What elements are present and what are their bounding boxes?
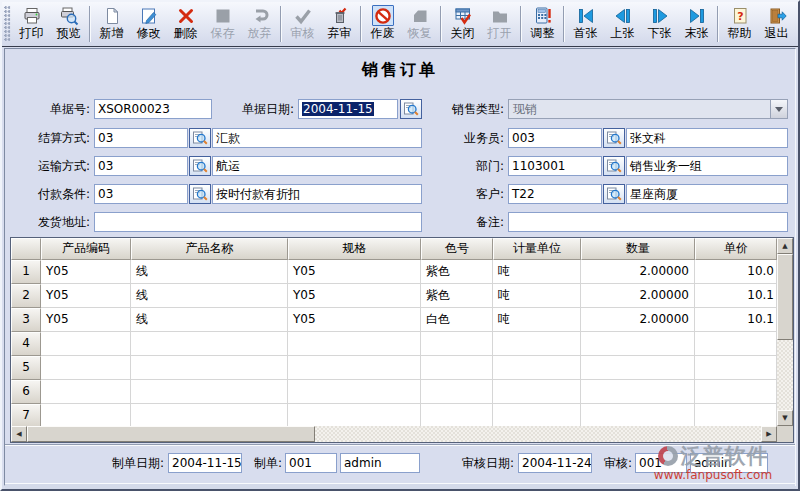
settlement-lookup-button[interactable] <box>189 128 211 148</box>
cell-unit[interactable] <box>493 404 581 426</box>
next-record-button[interactable]: 下张 <box>641 5 678 41</box>
department-name-field[interactable]: 销售业务一组 <box>626 156 788 176</box>
adjust-button[interactable]: 调整 <box>524 5 561 41</box>
audit-date-field[interactable]: 2004-11-24 <box>518 453 592 473</box>
cell-color[interactable] <box>421 380 493 404</box>
cell-spec[interactable] <box>288 356 421 380</box>
cell-color[interactable]: 紫色 <box>421 284 493 308</box>
transport-code-field[interactable]: 03 <box>94 156 188 176</box>
modify-button[interactable]: 修改 <box>130 5 167 41</box>
column-header-qty[interactable]: 数量 <box>581 238 695 260</box>
cell-price[interactable] <box>695 356 777 380</box>
cell-spec[interactable] <box>288 332 421 356</box>
help-button[interactable]: ? 帮助 <box>721 5 758 41</box>
cell-product-name[interactable]: 线 <box>131 284 288 308</box>
doc-date-field[interactable]: 2004-11-15 <box>298 99 398 119</box>
row-number[interactable]: 2 <box>11 284 41 308</box>
cell-spec[interactable]: Y05 <box>288 260 421 284</box>
first-record-button[interactable]: 首张 <box>567 5 604 41</box>
cell-product-code[interactable] <box>41 332 131 356</box>
cell-qty[interactable]: 2.00000 <box>581 260 695 284</box>
scroll-up-icon[interactable]: ▲ <box>777 238 793 254</box>
cell-unit[interactable] <box>493 380 581 404</box>
transport-lookup-button[interactable] <box>189 156 211 176</box>
scroll-left-icon[interactable]: ◀ <box>11 426 27 442</box>
cell-unit[interactable]: 吨 <box>493 308 581 332</box>
payment-terms-lookup-button[interactable] <box>189 184 211 204</box>
row-number[interactable]: 6 <box>11 380 41 404</box>
cell-color[interactable]: 白色 <box>421 308 493 332</box>
cell-color[interactable]: 紫色 <box>421 260 493 284</box>
cell-qty[interactable]: 2.00000 <box>581 308 695 332</box>
customer-code-field[interactable]: T22 <box>508 184 602 204</box>
cell-price[interactable]: 10.1 <box>695 284 777 308</box>
horizontal-scroll-thumb[interactable] <box>27 426 315 442</box>
cell-product-name[interactable] <box>131 404 288 426</box>
toolbar-gripper[interactable] <box>4 6 11 42</box>
row-number[interactable]: 7 <box>11 404 41 426</box>
auditor-code-field[interactable]: 001 <box>635 453 687 473</box>
scroll-down-icon[interactable]: ▼ <box>777 410 793 426</box>
cell-product-name[interactable] <box>131 356 288 380</box>
cell-product-code[interactable] <box>41 356 131 380</box>
settlement-code-field[interactable]: 03 <box>94 128 188 148</box>
doc-date-lookup-button[interactable] <box>400 99 422 119</box>
cell-spec[interactable]: Y05 <box>288 284 421 308</box>
column-header-product-code[interactable]: 产品编码 <box>41 238 131 260</box>
chevron-down-icon[interactable] <box>770 100 787 118</box>
cell-product-name[interactable]: 线 <box>131 308 288 332</box>
cell-product-code[interactable]: Y05 <box>41 308 131 332</box>
cell-product-code[interactable]: Y05 <box>41 260 131 284</box>
cell-qty[interactable] <box>581 380 695 404</box>
cell-color[interactable] <box>421 404 493 426</box>
row-number[interactable]: 3 <box>11 308 41 332</box>
cell-product-code[interactable] <box>41 404 131 426</box>
payment-terms-name-field[interactable]: 按时付款有折扣 <box>212 184 422 204</box>
cell-spec[interactable] <box>288 404 421 426</box>
cell-product-name[interactable]: 线 <box>131 260 288 284</box>
cell-price[interactable]: 10.1 <box>695 308 777 332</box>
previous-record-button[interactable]: 上张 <box>604 5 641 41</box>
column-header-unit[interactable]: 计量单位 <box>493 238 581 260</box>
settlement-name-field[interactable]: 汇款 <box>212 128 422 148</box>
cell-unit[interactable] <box>493 332 581 356</box>
void-button[interactable]: 作废 <box>364 5 401 41</box>
exit-button[interactable]: 退出 <box>758 5 795 41</box>
ship-address-field[interactable] <box>94 212 422 232</box>
cell-spec[interactable] <box>288 380 421 404</box>
cell-unit[interactable] <box>493 356 581 380</box>
payment-terms-code-field[interactable]: 03 <box>94 184 188 204</box>
doc-no-field[interactable]: XSOR00023 <box>94 99 212 119</box>
horizontal-scrollbar[interactable]: ◀ ▶ <box>11 426 777 442</box>
created-date-field[interactable]: 2004-11-15 <box>168 453 242 473</box>
vertical-scroll-thumb[interactable] <box>777 254 793 340</box>
preview-button[interactable]: 预览 <box>50 5 87 41</box>
customer-lookup-button[interactable] <box>603 184 625 204</box>
salesperson-lookup-button[interactable] <box>603 128 625 148</box>
cell-qty[interactable] <box>581 404 695 426</box>
cell-unit[interactable]: 吨 <box>493 260 581 284</box>
cell-product-code[interactable] <box>41 380 131 404</box>
last-record-button[interactable]: 末张 <box>678 5 715 41</box>
column-header-spec[interactable]: 规格 <box>288 238 421 260</box>
column-header-color[interactable]: 色号 <box>421 238 493 260</box>
department-lookup-button[interactable] <box>603 156 625 176</box>
cell-color[interactable] <box>421 332 493 356</box>
delete-button[interactable]: 删除 <box>167 5 204 41</box>
row-number[interactable]: 5 <box>11 356 41 380</box>
scroll-right-icon[interactable]: ▶ <box>761 426 777 442</box>
sales-type-dropdown[interactable]: 现销 <box>508 99 788 119</box>
new-button[interactable]: 新增 <box>93 5 130 41</box>
row-number[interactable]: 4 <box>11 332 41 356</box>
column-header-product-name[interactable]: 产品名称 <box>131 238 288 260</box>
salesperson-name-field[interactable]: 张文科 <box>626 128 788 148</box>
remark-field[interactable] <box>508 212 788 232</box>
cell-product-name[interactable] <box>131 380 288 404</box>
customer-name-field[interactable]: 星座商厦 <box>626 184 788 204</box>
creator-code-field[interactable]: 001 <box>285 453 337 473</box>
cell-product-code[interactable]: Y05 <box>41 284 131 308</box>
cell-product-name[interactable] <box>131 332 288 356</box>
cell-qty[interactable]: 2.00000 <box>581 284 695 308</box>
cell-price[interactable] <box>695 404 777 426</box>
transport-name-field[interactable]: 航运 <box>212 156 422 176</box>
